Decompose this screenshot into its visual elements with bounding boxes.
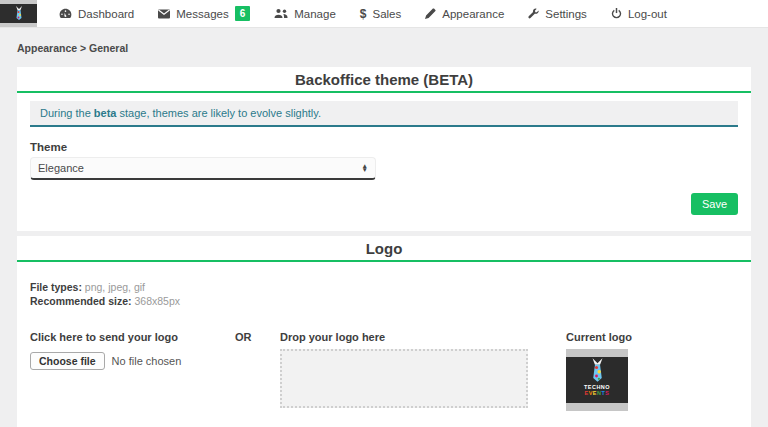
file-types-line: File types: png, jpeg, gif [30,280,738,294]
users-icon [274,8,288,19]
recommended-size-line: Recommended size: 368x85px [30,294,738,308]
theme-label: Theme [30,141,738,153]
alert-text-suffix: stage, themes are likely to evolve sligh… [116,107,321,119]
logo-card-title: Logo [17,236,751,262]
tie-icon [589,358,606,384]
nav-item-dashboard[interactable]: Dashboard [47,0,146,27]
nav-label-sales: Sales [373,8,402,20]
send-logo-label: Click here to send your logo [30,331,225,343]
envelope-icon [158,9,170,19]
alert-text-prefix: During the [40,107,94,119]
nav-item-logout[interactable]: Log-out [599,0,679,27]
theme-card-body: During the beta stage, themes are likely… [17,93,751,231]
logo-drop-zone[interactable] [280,349,528,408]
drop-column: Drop your logo here [280,331,530,411]
theme-select-value: Elegance [38,162,84,174]
nav-item-manage[interactable]: Manage [262,0,348,27]
nav-label-logout: Log-out [628,8,667,20]
theme-card: Backoffice theme (BETA) During the beta … [17,67,751,231]
brand-logo[interactable] [0,0,37,27]
alert-text-bold: beta [94,107,117,119]
logo-card-body: File types: png, jpeg, gif Recommended s… [17,262,751,427]
or-label: OR [235,331,280,343]
file-input: Choose file No file chosen [30,352,225,370]
logo-band-top [566,349,628,357]
recommended-size-value: 368x85px [132,295,180,307]
logo-text-events: EVENTS [584,390,609,396]
nav-items: Dashboard Messages 6 Manage $ Sales Appe… [47,0,679,27]
nav-item-messages[interactable]: Messages 6 [146,0,262,27]
messages-badge: 6 [235,6,251,21]
page-content: Appearance > General Backoffice theme (B… [0,42,768,427]
breadcrumb: Appearance > General [17,42,751,54]
logo-art: TECHNO EVENTS [566,357,628,403]
top-navbar: Dashboard Messages 6 Manage $ Sales Appe… [0,0,768,28]
beta-alert: During the beta stage, themes are likely… [30,101,738,127]
file-types-label: File types: [30,281,82,293]
nav-label-settings: Settings [545,8,587,20]
power-icon [611,8,622,19]
choose-file-button[interactable]: Choose file [30,352,105,370]
save-button[interactable]: Save [691,193,738,215]
dollar-icon: $ [360,7,367,21]
wrench-icon [528,8,539,19]
current-logo-column: Current logo TECH [566,331,632,411]
nav-item-settings[interactable]: Settings [516,0,599,27]
upload-row: Click here to send your logo Choose file… [30,331,738,411]
pencil-icon [425,8,436,19]
nav-label-dashboard: Dashboard [78,8,134,20]
file-types-value: png, jpeg, gif [82,281,145,293]
theme-card-title: Backoffice theme (BETA) [17,67,751,93]
nav-label-manage: Manage [294,8,336,20]
recommended-size-label: Recommended size: [30,295,132,307]
dashboard-icon [59,8,72,19]
file-info: File types: png, jpeg, gif Recommended s… [30,280,738,308]
nav-item-sales[interactable]: $ Sales [348,0,413,27]
upload-column: Click here to send your logo Choose file… [30,331,225,411]
nav-item-appearance[interactable]: Appearance [413,0,516,27]
brand-logo-art [0,4,37,23]
current-logo-label: Current logo [566,331,632,343]
logo-band-bottom [566,403,628,411]
tie-icon [13,6,25,22]
theme-select[interactable]: Elegance ▲▼ [30,157,376,180]
no-file-chosen-text: No file chosen [112,355,182,367]
drop-logo-label: Drop your logo here [280,331,530,343]
logo-card: Logo File types: png, jpeg, gif Recommen… [17,236,751,427]
save-row: Save [30,193,738,215]
nav-label-messages: Messages [176,8,228,20]
nav-label-appearance: Appearance [442,8,504,20]
brand-logo-band [0,23,37,27]
or-column: OR [225,331,280,411]
current-logo-image: TECHNO EVENTS [566,349,628,411]
select-arrows-icon: ▲▼ [362,164,368,172]
